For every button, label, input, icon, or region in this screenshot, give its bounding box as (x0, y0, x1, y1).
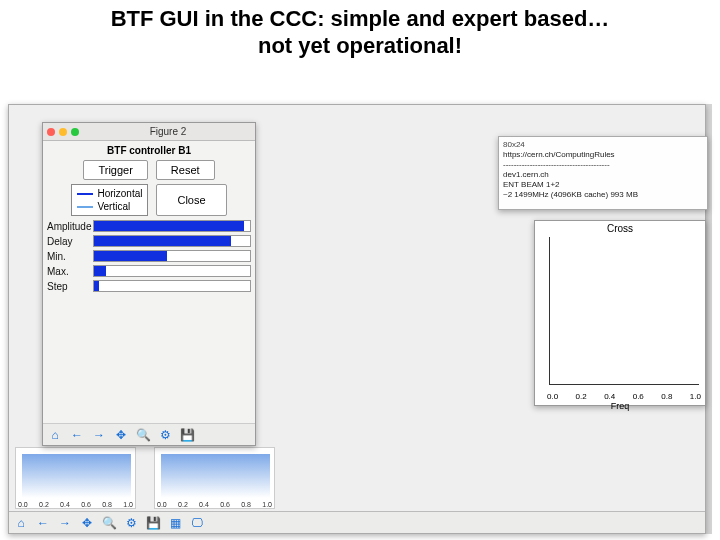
slider-max[interactable]: Max. (47, 265, 251, 277)
terminal-size: 80x24 (503, 140, 703, 150)
legend-box: Horizontal Vertical (71, 184, 148, 216)
mini-plot-2[interactable]: 0.0 0.2 0.4 0.6 0.8 1.0 Freq (154, 447, 275, 509)
mini-plot-1-xticks: 0.0 0.2 0.4 0.6 0.8 1.0 (16, 501, 135, 508)
mini-plot-2-series (161, 454, 270, 498)
mini-plot-1[interactable]: 0.0 0.2 0.4 0.6 0.8 1.0 Freq (15, 447, 136, 509)
mini-plot-1-series (22, 454, 131, 498)
slider-amplitude[interactable]: Amplitude (47, 220, 251, 232)
pan-icon[interactable]: ✥ (113, 427, 129, 443)
slider-delay[interactable]: Delay (47, 235, 251, 247)
cross-plot-xlabel: Freq (611, 401, 630, 411)
screenshot-stage: 0.0 0.2 0.4 0.6 0.8 1.0 Freq 0.0 0.2 0.4… (8, 104, 712, 534)
mini-plot-row: 0.0 0.2 0.4 0.6 0.8 1.0 Freq 0.0 0.2 0.4… (15, 447, 275, 509)
title-line-1: BTF GUI in the CCC: simple and expert ba… (111, 6, 610, 31)
close-icon[interactable] (47, 128, 55, 136)
save-icon[interactable]: 💾 (145, 515, 161, 531)
trigger-button[interactable]: Trigger (83, 160, 147, 180)
terminal-line: ---------------------------------------- (503, 160, 703, 170)
cross-plot-axes (549, 237, 699, 385)
cross-plot-window[interactable]: Cross 0.0 0.2 0.4 0.6 0.8 1.0 Freq (534, 220, 706, 406)
cross-plot-title: Cross (535, 221, 705, 236)
close-button[interactable]: Close (156, 184, 226, 216)
controller-title: BTF controller B1 (47, 145, 251, 156)
terminal-line: dev1.cern.ch (503, 170, 703, 180)
title-line-2: not yet operational! (258, 33, 462, 58)
mini-plot-2-xticks: 0.0 0.2 0.4 0.6 0.8 1.0 (155, 501, 274, 508)
figure2-window: Figure 2 BTF controller B1 Trigger Reset… (42, 122, 256, 446)
slider-step[interactable]: Step (47, 280, 251, 292)
forward-icon[interactable]: → (57, 515, 73, 531)
back-icon[interactable]: ← (69, 427, 85, 443)
reset-button[interactable]: Reset (156, 160, 215, 180)
home-icon[interactable]: ⌂ (47, 427, 63, 443)
big-figure-toolbar: ⌂ ← → ✥ 🔍 ⚙ 💾 ▦ 🖵 (9, 511, 705, 533)
grid-icon[interactable]: ▦ (167, 515, 183, 531)
legend-swatch-horizontal (77, 193, 93, 195)
pan-icon[interactable]: ✥ (79, 515, 95, 531)
screenshot-icon[interactable]: 🖵 (189, 515, 205, 531)
config-icon[interactable]: ⚙ (157, 427, 173, 443)
home-icon[interactable]: ⌂ (13, 515, 29, 531)
back-icon[interactable]: ← (35, 515, 51, 531)
terminal-line: ENT BEAM 1+2 (503, 180, 703, 190)
minimize-icon[interactable] (59, 128, 67, 136)
maximize-icon[interactable] (71, 128, 79, 136)
save-icon[interactable]: 💾 (179, 427, 195, 443)
figure2-toolbar: ⌂ ← → ✥ 🔍 ⚙ 💾 (43, 423, 255, 445)
terminal-line: https://cern.ch/ComputingRules (503, 150, 703, 160)
slide-title: BTF GUI in the CCC: simple and expert ba… (0, 0, 720, 60)
terminal-line: ~2 1499MHz (4096KB cache) 993 MB (503, 190, 703, 200)
figure2-titlebar[interactable]: Figure 2 (43, 123, 255, 141)
legend-swatch-vertical (77, 206, 93, 208)
zoom-icon[interactable]: 🔍 (101, 515, 117, 531)
terminal-window[interactable]: 80x24 https://cern.ch/ComputingRules ---… (498, 136, 708, 210)
zoom-icon[interactable]: 🔍 (135, 427, 151, 443)
forward-icon[interactable]: → (91, 427, 107, 443)
slider-min[interactable]: Min. (47, 250, 251, 262)
legend-horizontal: Horizontal (97, 188, 142, 199)
legend-vertical: Vertical (97, 201, 130, 212)
cross-plot-xticks: 0.0 0.2 0.4 0.6 0.8 1.0 (547, 392, 701, 401)
config-icon[interactable]: ⚙ (123, 515, 139, 531)
figure2-title: Figure 2 (85, 126, 251, 137)
